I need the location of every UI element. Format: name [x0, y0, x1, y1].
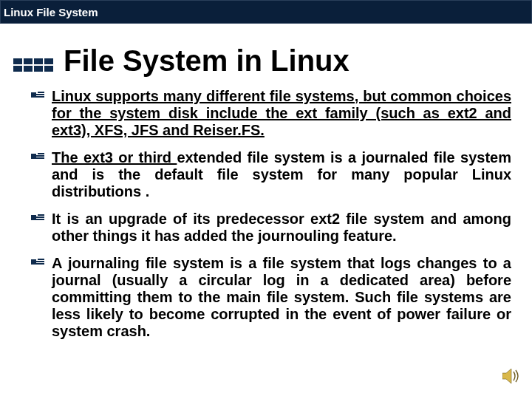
svg-marker-0: [502, 369, 511, 383]
bullet-icon: [31, 91, 44, 102]
list-item: A journaling file system is a file syste…: [31, 255, 511, 340]
content: Linux supports many different file syste…: [31, 88, 511, 340]
topbar-label: Linux File System: [4, 6, 98, 18]
bullet-icon: [31, 214, 44, 225]
bullet-icon: [31, 258, 44, 269]
para-3: It is an upgrade of its predecessor ext2…: [52, 211, 511, 245]
title-row: File System in Linux: [0, 44, 532, 78]
title-decor-icon: [13, 58, 53, 72]
sound-icon[interactable]: [502, 368, 522, 384]
bullet-icon: [31, 152, 44, 163]
slide: Linux File System File System in Linux L…: [0, 0, 532, 399]
list-item: It is an upgrade of its predecessor ext2…: [31, 211, 511, 245]
para-1: Linux supports many different file syste…: [52, 88, 511, 139]
list-item: Linux supports many different file syste…: [31, 88, 511, 139]
topbar: Linux File System: [0, 0, 532, 24]
para-4: A journaling file system is a file syste…: [52, 255, 511, 340]
slide-title: File System in Linux: [64, 44, 349, 78]
list-item: The ext3 or third extended file system i…: [31, 149, 511, 200]
para-2: The ext3 or third extended file system i…: [52, 149, 511, 200]
